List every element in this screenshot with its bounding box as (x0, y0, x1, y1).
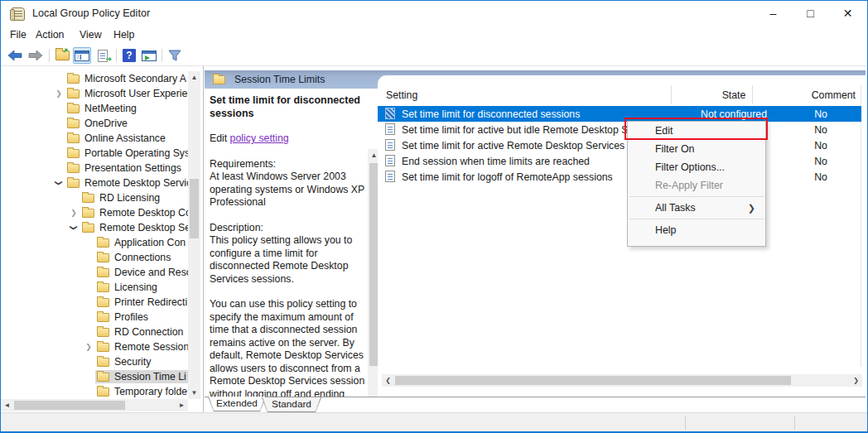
folder-icon (97, 328, 109, 337)
tree-item-label: Online Assistance (84, 132, 166, 144)
tree-item-label: Remote Desktop Co (99, 207, 188, 219)
column-header-comment[interactable]: Comment (796, 89, 856, 101)
tree-vertical-scrollbar[interactable]: ▲ ▼ (188, 71, 200, 399)
tree-item[interactable]: Application Con (1, 235, 188, 250)
context-menu-item-all-tasks[interactable]: All Tasks❯ (628, 199, 765, 217)
tree-item[interactable]: RD Licensing (1, 190, 188, 205)
list-row[interactable]: Set time limit for active but idle Remot… (378, 122, 861, 137)
context-menu-item-reapply-filter: Re-Apply Filter (628, 176, 765, 195)
close-button[interactable]: ✕ (829, 1, 866, 26)
tree-item[interactable]: Device and Reso (1, 265, 188, 280)
forward-button[interactable] (27, 47, 45, 64)
tree-item[interactable]: Security (1, 354, 188, 369)
setting-comment: No (796, 124, 846, 136)
tree-item-label: RD Connection (114, 326, 183, 338)
tree-item[interactable]: ❯Remote Desktop Co (1, 205, 188, 220)
tree-item-label: Profiles (114, 311, 148, 323)
up-one-level-button[interactable] (53, 47, 71, 64)
scroll-left-icon[interactable]: ◄ (1, 399, 13, 411)
folder-icon (67, 104, 80, 113)
scroll-left-icon[interactable]: ❮ (382, 374, 394, 387)
tree-item[interactable]: Connections (1, 250, 188, 265)
tree-item[interactable]: ❯Remote Session (1, 339, 188, 354)
chevron-right-icon[interactable]: ❯ (67, 209, 80, 217)
tree-item-label: Temporary folde (114, 386, 187, 397)
tab-extended[interactable]: Extended (208, 397, 266, 411)
scrollbar-thumb[interactable] (190, 179, 199, 238)
tree-horizontal-scrollbar[interactable]: ◄ ► (1, 399, 188, 411)
show-console-tree-button[interactable] (73, 47, 91, 64)
tree-item-label: Portable Operating Sys (84, 147, 188, 159)
column-header-state[interactable]: State (672, 89, 796, 101)
tree-item-label: RD Licensing (99, 192, 160, 204)
scrollbar-thumb[interactable] (395, 376, 791, 385)
list-horizontal-scrollbar[interactable]: ❮ ❯ (382, 374, 862, 387)
tree-item[interactable]: Printer Redirecti (1, 295, 188, 310)
chevron-down-icon[interactable]: ❯ (70, 221, 78, 234)
list-row[interactable]: End session when time limits are reached… (378, 153, 861, 169)
maximize-button[interactable]: □ (792, 1, 829, 26)
policy-setting-link[interactable]: policy setting (230, 132, 289, 144)
chevron-right-icon[interactable]: ❯ (82, 343, 95, 351)
column-header-setting[interactable]: Setting (386, 89, 417, 101)
settings-list: Setting State Comment Set time limit for… (378, 75, 866, 412)
minimize-button[interactable]: – (755, 1, 792, 26)
filter-funnel-icon (168, 50, 181, 62)
submenu-arrow-icon: ❯ (748, 199, 755, 217)
all-tasks-label: All Tasks (655, 202, 696, 214)
folder-icon (82, 194, 94, 203)
menu-view[interactable]: View (80, 29, 102, 41)
setting-comment: No (796, 171, 846, 183)
scroll-right-icon[interactable]: ❯ (850, 374, 862, 387)
menu-help[interactable]: Help (113, 29, 134, 41)
scroll-down-icon[interactable]: ▼ (188, 387, 200, 399)
extended-info-pane: Set time limit for disconnected sessions… (205, 89, 382, 412)
list-row[interactable]: Set time limit for logoff of RemoteApp s… (378, 169, 861, 185)
folder-up-icon (55, 51, 70, 60)
chevron-down-icon[interactable]: ❯ (55, 176, 63, 190)
chevron-right-icon[interactable]: ❯ (52, 89, 65, 98)
tree-item[interactable]: Profiles (1, 310, 188, 325)
export-list-button[interactable] (94, 47, 112, 64)
menu-action[interactable]: Action (36, 29, 64, 41)
edit-policy-line: Edit policy setting (210, 132, 369, 146)
policy-doc-icon (385, 139, 395, 151)
gpedit-scroll-icon (12, 7, 25, 21)
menu-file[interactable]: File (10, 29, 27, 41)
window-title: Local Group Policy Editor (32, 7, 150, 19)
policy-doc-icon (385, 123, 395, 135)
tree-item[interactable]: Licensing (1, 280, 188, 295)
requirements-label: Requirements: (210, 158, 369, 171)
tree-item-selected[interactable]: Session Time Li (1, 369, 188, 384)
scrollbar-thumb[interactable] (14, 401, 125, 410)
help-button[interactable]: ? (120, 47, 138, 64)
filter-button[interactable] (166, 47, 184, 64)
folder-icon (67, 179, 80, 188)
tree-item[interactable]: Temporary folde (1, 384, 188, 399)
context-menu-item-help[interactable]: Help (628, 221, 765, 239)
folder-icon (97, 268, 109, 277)
context-menu-item-filter-options[interactable]: Filter Options... (628, 158, 765, 176)
context-menu-item-filter-on[interactable]: Filter On (628, 140, 765, 158)
tree-item[interactable]: NetMeeting (1, 101, 188, 116)
scroll-right-icon[interactable]: ► (176, 399, 188, 411)
back-button[interactable] (6, 47, 24, 64)
show-action-pane-button[interactable] (140, 47, 158, 64)
list-row-selected[interactable]: Set time limit for disconnected sessions… (378, 106, 861, 122)
tree-item-label: Device and Reso (114, 267, 188, 278)
scroll-up-icon[interactable]: ▲ (188, 71, 200, 84)
tree-item[interactable]: RD Connection (1, 325, 188, 339)
tree-item[interactable]: OneDrive (1, 116, 188, 131)
list-row[interactable]: Set time limit for active Remote Desktop… (378, 137, 861, 153)
tree-item[interactable]: Presentation Settings (1, 161, 188, 176)
tree-item[interactable]: ❯Remote Desktop Servic (1, 176, 188, 190)
folder-icon (97, 253, 109, 262)
tree-item[interactable]: ❯Remote Desktop Se (1, 220, 188, 235)
tree-item[interactable]: Microsoft Secondary A (1, 71, 188, 86)
tree-item[interactable]: Portable Operating Sys (1, 146, 188, 161)
export-list-icon (98, 50, 108, 62)
tree-item[interactable]: ❯Microsoft User Experien (1, 86, 188, 101)
tree-item[interactable]: Online Assistance (1, 131, 188, 146)
tab-extended-label: Extended (216, 397, 258, 409)
tab-standard[interactable]: Standard (262, 397, 321, 412)
